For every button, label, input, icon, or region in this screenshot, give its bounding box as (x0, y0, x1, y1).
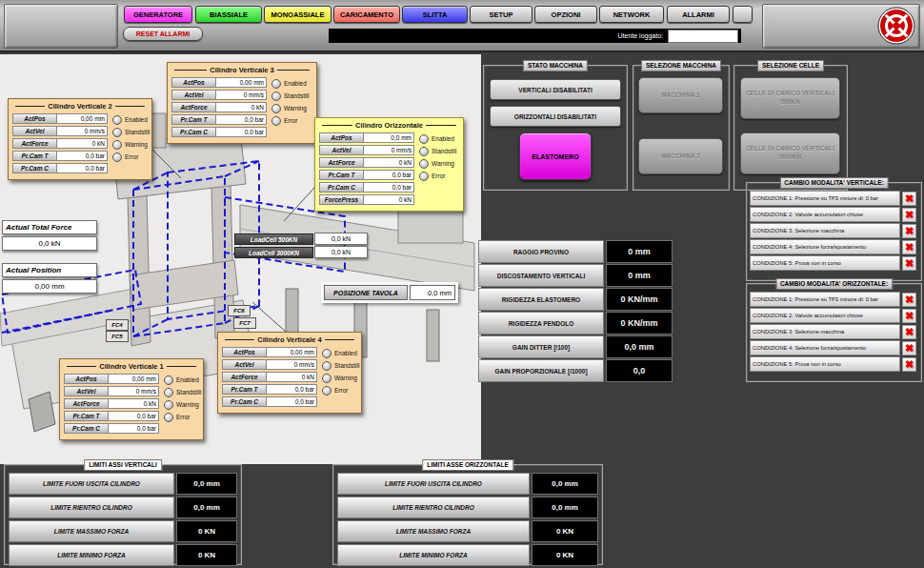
field-row: GAIN DITTER [/100]0,0 mm (478, 335, 673, 358)
cylinder-fields: ActPos0,00 mmActVel0 mm/sActForce0 kNPr.… (171, 77, 267, 139)
cylinder-leds: EnabledStandstillWarningError (317, 347, 359, 409)
field-value: 0,0 mm (364, 132, 414, 143)
field-row: Pr.Cam T0,0 bar (222, 384, 317, 395)
field-row: ActVel0 mm/s (222, 359, 317, 370)
condition-list-verticale: CONDIZIONE 1: Pressione su TP3 minore di… (750, 191, 916, 272)
field-label: ActPos (171, 77, 216, 88)
field-value: 0,0 bar (109, 423, 159, 434)
selezione-macchina-panel: SELEZIONE MACCHINA MACCHINA 1 MACCHINA 2 (633, 65, 730, 191)
cylinder-panel-title: Cilindro Orizzontale (319, 121, 459, 130)
btn-biassiale[interactable]: BIASSIALE (195, 6, 262, 23)
field-value: 0 mm/s (57, 126, 108, 136)
status-led-label: Standstill (334, 362, 359, 369)
field-row: LIMITE RIENTRO CILINDRO0,0 mm (9, 497, 237, 518)
status-led-row: Standstill (322, 359, 359, 372)
cylinder-leds: EnabledStandstillWarningError (108, 113, 150, 175)
field-value: 0 kN (57, 138, 108, 149)
limiti-verticali-rows: LIMITE FUORI USCITA CILINDRO0,0 mmLIMITE… (9, 473, 237, 568)
btn-caricamento[interactable]: CARICAMENTO (333, 6, 400, 23)
condition-row: CONDIZIONE 3: Selezione macchina✖ (750, 223, 916, 238)
field-label: ActPos (222, 347, 267, 357)
condition-row: CONDIZIONE 5: Prova non in corso✖ (750, 356, 916, 372)
field-value: 0,0 mm (532, 473, 598, 495)
macchina-1-button[interactable]: MACCHINA 1 (638, 77, 723, 113)
fc4-label: FC4 (106, 319, 129, 331)
status-led-row: Error (164, 411, 201, 423)
status-led-row: Warning (419, 157, 456, 170)
stato-macchina-title: STATO MACCHINA (523, 60, 588, 71)
field-value: 0,0 bar (267, 396, 317, 407)
btn-generatore[interactable]: GENERATORE (124, 6, 192, 23)
status-led-row: Warning (164, 398, 201, 411)
condition-label: CONDIZIONE 3: Selezione macchina (750, 223, 900, 238)
cylinder-panel-orizzontale: Cilindro Orizzontale ActPos0,0 mmActVel0… (314, 117, 464, 212)
field-label: Pr.Cam T (171, 114, 216, 125)
status-led-row: Warning (271, 102, 309, 114)
status-led-row: Enabled (419, 132, 456, 145)
status-led-icon (271, 91, 281, 101)
field-value: 0 kN (364, 194, 414, 205)
cylinder-fields: ActPos0,00 mmActVel0 mm/sActForce0 kNPr.… (64, 374, 159, 436)
field-label: ActPos (319, 132, 364, 143)
field-label: Pr.Cam C (12, 163, 57, 173)
limiti-assi-verticali-panel: LIMITI ASSI VERTICALI LIMITE FUORI USCIT… (4, 464, 242, 565)
field-label: LIMITE MASSIMO FORZA (9, 520, 174, 542)
field-label: RIGIDEZZA PENDOLO (478, 312, 604, 335)
btn-setup[interactable]: SETUP (470, 6, 532, 23)
field-label: LIMITE RIENTRO CILINDRO (9, 497, 174, 518)
condition-label: CONDIZIONE 5: Prova non in corso (750, 356, 900, 372)
status-led-icon (112, 140, 122, 150)
field-label: Pr.Cam T (319, 170, 364, 180)
status-led-row: Error (322, 384, 359, 396)
field-row: Pr.Cam T0,0 bar (64, 411, 159, 421)
btn-opzioni[interactable]: OPZIONI (534, 6, 597, 23)
macchina-2-button[interactable]: MACCHINA 2 (638, 138, 723, 174)
selezione-celle-panel: SELEZIONE CELLE CELLE DI CARICO VERTICAL… (733, 65, 848, 191)
reset-allarmi-button[interactable]: RESET ALLARMI (123, 27, 203, 41)
elastomero-button[interactable]: ELASTOMERO (519, 132, 592, 180)
verticali-disabilitati-button[interactable]: VERTICALI DISABILITATI (490, 79, 621, 100)
condition-fail-icon: ✖ (902, 208, 916, 222)
btn-monoassiale[interactable]: MONOASSIALE (264, 6, 331, 23)
status-led-row: Enabled (322, 347, 359, 359)
status-panel-right (762, 4, 920, 49)
status-led-icon (164, 388, 173, 397)
field-value: 0,0 bar (57, 163, 108, 173)
field-label: Pr.Cam C (319, 182, 364, 193)
selezione-macchina-title: SELEZIONE MACCHINA (641, 60, 721, 71)
limiti-orizzontale-title: LIMITI ASSE ORIZZONTALE (422, 459, 513, 471)
celle-carico-500kn-button[interactable]: CELLE DI CARICO VERTICALI 500KN (740, 77, 840, 119)
stato-macchina-panel: STATO MACCHINA VERTICALI DISABILITATI OR… (483, 65, 628, 191)
condition-fail-icon: ✖ (902, 357, 916, 372)
btn-slitta[interactable]: SLITTA (402, 6, 468, 23)
field-label: LIMITE MINIMO FORZA (9, 544, 174, 566)
btn-network[interactable]: NETWORK (599, 6, 664, 23)
condition-row: CONDIZIONE 2: Valvole accumulatori chius… (750, 308, 916, 323)
cylinder-fields: ActPos0,00 mmActVel0 mm/sActForce0 kNPr.… (12, 113, 108, 175)
field-row: Pr.Cam T0,0 bar (319, 170, 414, 180)
field-label: RIGIDEZZA ELASTOMERO (478, 288, 604, 311)
field-row: Pr.Cam C0,0 bar (319, 182, 414, 193)
status-led-icon (322, 374, 331, 383)
condition-fail-icon: ✖ (902, 240, 916, 254)
cylinder-panel-verticale-4: Cilindro Verticale 4 ActPos0,00 mmActVel… (217, 332, 362, 414)
field-label: GAIN DITTER [/100] (478, 335, 604, 358)
btn-allarmi[interactable]: ALLARMI (667, 6, 730, 23)
orizzontali-disabilitati-button[interactable]: ORIZZONTALI DISABILITATI (490, 106, 621, 127)
field-value: 0,0 bar (216, 127, 267, 137)
cylinder-panel-title: Cilindro Verticale 1 (64, 362, 199, 371)
field-value: 0 mm/s (364, 145, 414, 155)
celle-carico-3000kn-button[interactable]: CELLE DI CARICO VERTICALI 3000KN (740, 132, 840, 174)
condition-fail-icon: ✖ (902, 325, 916, 339)
cylinder-fields: ActPos0,00 mmActVel0 mm/sActForce0 kNPr.… (222, 347, 317, 409)
status-led-label: Error (432, 172, 445, 179)
field-label: ActVel (171, 90, 216, 100)
condition-label: CONDIZIONE 2: Valvole accumulatori chius… (750, 207, 900, 222)
btn-blank[interactable] (733, 6, 753, 23)
status-led-icon (271, 79, 281, 89)
field-label: ActPos (64, 374, 109, 384)
field-label: LIMITE FUORI USCITA CILINDRO (337, 473, 530, 495)
user-logged-input[interactable] (668, 30, 738, 43)
field-row: ActPos0,00 mm (222, 347, 317, 357)
status-led-icon (164, 413, 173, 422)
